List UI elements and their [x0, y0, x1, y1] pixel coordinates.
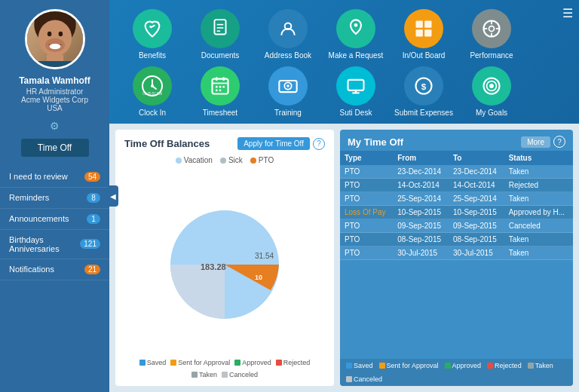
balances-help-icon[interactable]: ?: [313, 138, 325, 150]
icon-timesheet[interactable]: Timesheet: [189, 66, 251, 118]
svg-point-21: [489, 26, 495, 32]
status-legend-label: Rejected: [495, 362, 522, 369]
more-button[interactable]: More: [521, 136, 550, 148]
to-cell: 09-Sep-2015: [449, 219, 504, 233]
collapse-sidebar-button[interactable]: ◀: [108, 185, 118, 207]
suti-desk-icon: [336, 66, 375, 106]
benefits-icon: ✦✦: [133, 9, 172, 48]
icon-documents[interactable]: Documents: [189, 9, 251, 60]
hamburger-menu-icon[interactable]: ☰: [562, 6, 573, 20]
documents-label: Documents: [201, 51, 240, 60]
from-cell: 30-Jul-2015: [393, 247, 449, 260]
user-role: HR Administrator: [19, 87, 90, 96]
sidebar-menu: I need to review54Reminders8Announcement…: [0, 167, 109, 280]
make-request-icon: [336, 9, 375, 48]
status-legend-label: Saved: [354, 362, 373, 369]
status-legend-label: Approved: [452, 362, 482, 369]
bottom-legend-item: Approved: [234, 359, 271, 366]
sidebar-menu-item[interactable]: Notifications21: [0, 259, 109, 280]
icon-suti-desk[interactable]: Suti Desk: [325, 66, 387, 118]
icons-row-1: ✦✦BenefitsDocumentsAddress BookMake a Re…: [121, 9, 567, 60]
type-cell[interactable]: PTO: [340, 219, 393, 233]
legend-square: [222, 372, 228, 378]
settings-icon[interactable]: ⚙: [50, 120, 60, 132]
sidebar-menu-item[interactable]: Announcements1: [0, 209, 109, 230]
to-cell: 30-Jul-2015: [449, 247, 504, 260]
sidebar-menu-badge: 21: [84, 265, 100, 274]
from-cell: 25-Sep-2014: [393, 192, 449, 206]
training-icon: [268, 66, 308, 106]
user-country: USA: [19, 104, 90, 112]
apply-timeoff-button[interactable]: Apply for Time Off: [237, 137, 310, 150]
icon-training[interactable]: Training: [257, 66, 319, 118]
from-cell: 10-Sep-2015: [393, 206, 449, 219]
sidebar-menu-label: Reminders: [9, 193, 49, 202]
type-cell[interactable]: PTO: [340, 233, 393, 247]
user-name: Tamala Wamhoff: [19, 75, 90, 87]
icon-submit-expenses[interactable]: $Submit Expenses: [393, 66, 455, 118]
inout-board-icon: [404, 9, 443, 48]
bottom-legend-item: Sent for Approval: [170, 359, 230, 366]
table-column-header: To: [449, 151, 504, 165]
sidebar-menu-badge: 1: [87, 214, 100, 224]
icon-make-request[interactable]: Make a Request: [325, 9, 387, 60]
svg-point-35: [216, 86, 218, 88]
suti-desk-label: Suti Desk: [340, 109, 372, 118]
icon-benefits[interactable]: ✦✦Benefits: [121, 9, 183, 60]
to-cell: 23-Dec-2014: [449, 165, 504, 179]
address-book-label: Address Book: [265, 51, 311, 60]
inout-board-label: In/Out Board: [403, 51, 446, 60]
pie-chart-area: 183.28 31.54 10: [124, 169, 325, 356]
svg-point-50: [489, 84, 494, 88]
svg-point-42: [286, 84, 290, 87]
from-cell: 08-Sep-2015: [393, 233, 449, 247]
icon-performance[interactable]: Performance: [461, 9, 522, 60]
to-cell: 10-Sep-2015: [449, 206, 504, 219]
user-company: Acme Widgets Corp: [19, 96, 90, 104]
status-cell: Taken: [504, 192, 573, 206]
legend-label: Vacation: [184, 156, 213, 164]
type-cell[interactable]: PTO: [340, 165, 393, 179]
sidebar-menu-item[interactable]: Reminders8: [0, 188, 109, 209]
icon-my-goals[interactable]: My Goals: [461, 66, 522, 118]
svg-rect-7: [34, 61, 76, 67]
type-cell[interactable]: PTO: [340, 247, 393, 260]
from-cell: 23-Dec-2014: [393, 165, 449, 179]
legend-label: PTO: [259, 156, 274, 164]
icon-clock-in[interactable]: 01:35:51 PMClock In: [121, 66, 183, 118]
timeoff-sidebar-button[interactable]: Time Off: [21, 139, 89, 157]
sidebar-menu-badge: 54: [84, 172, 100, 182]
timesheet-icon: [201, 66, 240, 106]
type-cell[interactable]: PTO: [340, 179, 393, 192]
table-column-header: From: [393, 151, 449, 165]
status-legend-square: [346, 376, 352, 382]
icon-address-book[interactable]: Address Book: [257, 9, 319, 60]
sidebar-menu-item[interactable]: Birthdays Anniversaries121: [0, 230, 109, 259]
my-timeoff-panel: My Time Off More ? TypeFromToStatus PTO2…: [340, 130, 573, 386]
status-legend-square: [346, 363, 352, 369]
sidebar-menu-item[interactable]: I need to review54: [0, 167, 109, 188]
icon-inout-board[interactable]: In/Out Board: [393, 9, 455, 60]
sidebar-menu-badge: 121: [80, 239, 100, 249]
status-legend-label: Canceled: [354, 375, 382, 383]
to-cell: 08-Sep-2015: [449, 233, 504, 247]
legend-square: [139, 360, 146, 366]
svg-rect-10: [214, 20, 225, 34]
legend-label: Sick: [228, 156, 243, 164]
type-cell[interactable]: Loss Of Pay: [340, 206, 393, 219]
my-timeoff-help-icon[interactable]: ?: [553, 136, 565, 148]
table-row: PTO14-Oct-201414-Oct-2014Rejected: [340, 179, 573, 192]
timesheet-label: Timesheet: [203, 109, 237, 118]
svg-text:✦: ✦: [151, 20, 154, 24]
balances-actions: Apply for Time Off ?: [237, 137, 325, 150]
legend-label: Approved: [242, 359, 271, 366]
balances-header: Time Off Balances Apply for Time Off ?: [124, 137, 325, 150]
sidebar-menu-label: Announcements: [9, 214, 69, 223]
legend-square: [234, 360, 240, 366]
legend-dot: [220, 158, 226, 164]
legend-dot: [250, 158, 256, 164]
type-cell[interactable]: PTO: [340, 192, 393, 206]
status-legend-item: Saved: [346, 362, 373, 369]
bottom-legend-item: Saved: [139, 359, 167, 366]
svg-text:31.54: 31.54: [255, 252, 274, 260]
